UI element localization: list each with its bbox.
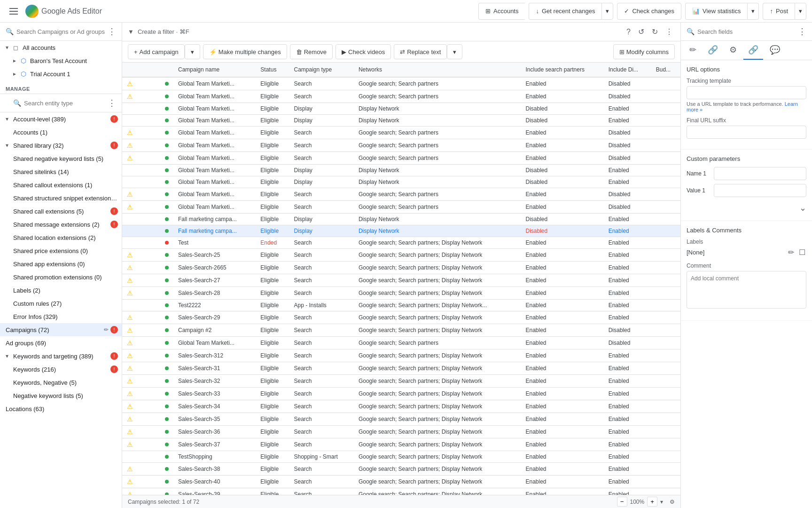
col-search-partners[interactable]: Include search partners [521, 63, 603, 77]
campaign-name-cell[interactable]: Sales-Search-2665 [173, 262, 256, 274]
campaign-name-cell[interactable]: Sales-Search-28 [173, 287, 256, 300]
table-row[interactable]: ⚠ Sales-Search-40 Eligible Search Google… [122, 476, 680, 488]
zoom-dropdown[interactable]: ▾ [660, 499, 663, 505]
col-campaign-type[interactable]: Campaign type [289, 63, 353, 77]
sidebar-item-keywords-targeting[interactable]: ▾ Keywords and targeting (389) ! [0, 349, 122, 363]
col-networks[interactable]: Networks [354, 63, 521, 77]
tracking-template-input[interactable] [687, 86, 806, 99]
sidebar-item-location-extensions[interactable]: Shared location extensions (2) [0, 231, 122, 244]
right-panel-search-input[interactable] [697, 28, 795, 35]
campaign-name-cell[interactable]: TestShopping [173, 451, 256, 463]
campaign-name-cell[interactable]: Global Team Marketi... [173, 337, 256, 349]
entity-search-input[interactable] [24, 100, 105, 107]
sidebar-item-call-extensions[interactable]: Shared call extensions (5) ! [0, 205, 122, 218]
campaign-name-cell[interactable]: Sales-Search-312 [173, 349, 256, 362]
tab-comments[interactable]: 💬 [765, 41, 785, 60]
table-row[interactable]: ⚠ Sales-Search-36 Eligible Search Google… [122, 426, 680, 438]
table-row[interactable]: ⚠ Campaign #2 Eligible Search Google sea… [122, 324, 680, 337]
check-changes-button[interactable]: ✓ Check changes [617, 3, 681, 20]
table-row[interactable]: ⚠ Global Team Marketi... Eligible Search… [122, 90, 680, 103]
remove-button[interactable]: 🗑 Remove [290, 44, 333, 59]
table-row[interactable]: ⚠ Sales-Search-35 Eligible Search Google… [122, 413, 680, 426]
sidebar-item-error-infos[interactable]: Error Infos (329) [0, 310, 122, 323]
table-row[interactable]: Fall marketing campa... Eligible Display… [122, 225, 680, 237]
sidebar-item-accounts[interactable]: Accounts (1) [0, 126, 122, 139]
check-videos-button[interactable]: ▶ Check videos [336, 44, 391, 59]
view-statistics-button[interactable]: 📊 View statistics [685, 3, 747, 20]
table-row[interactable]: ⚠ Sales-Search-28 Eligible Search Google… [122, 287, 680, 300]
campaign-name-cell[interactable]: Fall marketing campa... [173, 225, 256, 237]
campaign-name-cell[interactable]: Global Team Marketi... [173, 127, 256, 139]
post-button[interactable]: ↑ Post [763, 3, 795, 20]
table-row[interactable]: Fall marketing campa... Eligible Display… [122, 214, 680, 225]
table-row[interactable]: ⚠ Global Team Marketi... Eligible Search… [122, 127, 680, 139]
table-row[interactable]: ⚠ Sales-Search-27 Eligible Search Google… [122, 274, 680, 287]
table-row[interactable]: ⚠ Global Team Marketi... Eligible Search… [122, 188, 680, 201]
sidebar-item-account-level[interactable]: ▾ Account-level (389) ! [0, 112, 122, 126]
add-campaign-button[interactable]: + Add campaign [128, 44, 185, 59]
col-warning[interactable] [122, 63, 138, 77]
sidebar-item-callout[interactable]: Shared callout extensions (1) [0, 178, 122, 191]
sidebar-more-icon[interactable]: ⋮ [108, 26, 116, 37]
sidebar-item-barons-test-account[interactable]: ▸ ⬡ Baron's Test Account [0, 54, 122, 67]
get-recent-changes-button[interactable]: ↓ Get recent changes [529, 3, 601, 20]
filter-placeholder[interactable]: Create a filter · ⌘F [138, 28, 621, 35]
campaign-name-cell[interactable]: Global Team Marketi... [173, 165, 256, 176]
modify-columns-button[interactable]: ⊞ Modify columns [613, 44, 675, 59]
campaign-name-cell[interactable]: Global Team Marketi... [173, 103, 256, 115]
sidebar-item-labels[interactable]: Labels (2) [0, 284, 122, 297]
sidebar-item-shared-library[interactable]: ▾ Shared library (32) ! [0, 139, 122, 152]
param-value-input[interactable] [714, 184, 806, 197]
make-multiple-changes-button[interactable]: ⚡ Make multiple changes [203, 44, 287, 59]
param-name-input[interactable] [714, 167, 806, 180]
table-row[interactable]: Test2222 Eligible App - Installs Google … [122, 300, 680, 311]
redo-icon[interactable]: ↻ [650, 25, 660, 38]
campaign-name-cell[interactable]: Sales-Search-35 [173, 413, 256, 426]
table-row[interactable]: ⚠ Sales-Search-37 Eligible Search Google… [122, 438, 680, 451]
table-row[interactable]: Global Team Marketi... Eligible Display … [122, 176, 680, 188]
table-row[interactable]: ⚠ Global Team Marketi... Eligible Search… [122, 77, 680, 90]
sidebar-item-campaigns[interactable]: Campaigns (72) ✏ ! [0, 323, 122, 336]
table-row[interactable]: ⚠ Sales-Search-34 Eligible Search Google… [122, 400, 680, 413]
entity-more-icon[interactable]: ⋮ [108, 98, 116, 108]
replace-text-button[interactable]: ⇄ Replace text [394, 44, 447, 59]
campaign-name-cell[interactable]: Sales-Search-31 [173, 362, 256, 375]
campaign-name-cell[interactable]: Sales-Search-29 [173, 311, 256, 324]
label-more-icon[interactable]: ☐ [798, 247, 806, 258]
sidebar-item-all-accounts[interactable]: ▾ ◻ All accounts [0, 41, 122, 54]
settings-icon[interactable]: ⚙ [670, 499, 675, 505]
comment-textarea[interactable] [687, 271, 806, 309]
final-url-suffix-input[interactable] [687, 126, 806, 139]
campaign-name-cell[interactable]: Fall marketing campa... [173, 214, 256, 225]
col-error[interactable] [138, 63, 149, 77]
panel-more-icon[interactable]: ⋮ [798, 26, 806, 37]
campaign-name-cell[interactable]: Global Team Marketi... [173, 90, 256, 103]
col-status-dot[interactable] [160, 63, 173, 77]
table-row[interactable]: Global Team Marketi... Eligible Display … [122, 115, 680, 127]
campaign-link[interactable]: Fall marketing campa... [178, 228, 237, 234]
table-row[interactable]: ⚠ Global Team Marketi... Eligible Search… [122, 152, 680, 165]
sidebar-search-input[interactable] [16, 28, 105, 35]
table-row[interactable]: Global Team Marketi... Eligible Display … [122, 103, 680, 115]
tab-link[interactable]: 🔗 [703, 41, 723, 60]
table-row[interactable]: ⚠ Sales-Search-2665 Eligible Search Goog… [122, 262, 680, 274]
table-row[interactable]: ⚠ Sales-Search-32 Eligible Search Google… [122, 375, 680, 388]
zoom-in-button[interactable]: + [647, 497, 657, 507]
sidebar-item-trial-account[interactable]: ▸ ⬡ Trial Account 1 [0, 67, 122, 80]
sidebar-item-message-extensions[interactable]: Shared message extensions (2) ! [0, 218, 122, 231]
campaign-name-cell[interactable]: Sales-Search-39 [173, 488, 256, 495]
campaign-name-cell[interactable]: Campaign #2 [173, 324, 256, 337]
sidebar-item-promotion-extensions[interactable]: Shared promotion extensions (0) [0, 270, 122, 284]
campaign-name-cell[interactable]: Sales-Search-34 [173, 400, 256, 413]
campaign-name-cell[interactable]: Global Team Marketi... [173, 188, 256, 201]
more-icon[interactable]: ⋮ [664, 25, 675, 38]
get-recent-changes-arrow[interactable]: ▾ [601, 3, 613, 20]
table-row[interactable]: ⚠ Sales-Search-39 Eligible Search Google… [122, 488, 680, 495]
sidebar-item-sitelinks[interactable]: Shared sitelinks (14) [0, 165, 122, 178]
campaign-name-cell[interactable]: Sales-Search-32 [173, 375, 256, 388]
campaign-name-cell[interactable]: Test [173, 237, 256, 249]
view-statistics-arrow[interactable]: ▾ [747, 3, 759, 20]
campaign-name-cell[interactable]: Global Team Marketi... [173, 115, 256, 127]
campaign-name-cell[interactable]: Global Team Marketi... [173, 201, 256, 214]
table-row[interactable]: Test Ended Search Google search; Search … [122, 237, 680, 249]
